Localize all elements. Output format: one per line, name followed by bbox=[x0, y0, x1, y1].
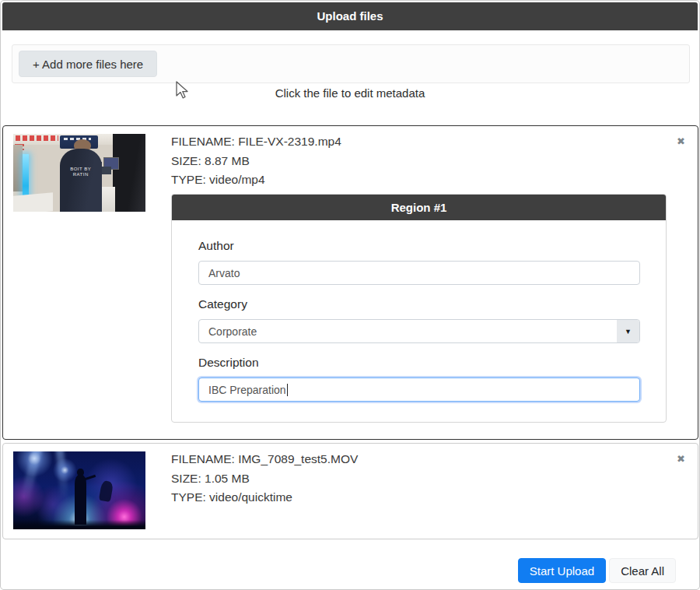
filesize-text: SIZE: 1.05 MB bbox=[171, 469, 358, 489]
region-header: Region #1 bbox=[172, 195, 666, 220]
thumb2-singer-silhouette bbox=[75, 475, 86, 525]
filesize-text: SIZE: 8.87 MB bbox=[171, 152, 341, 171]
thumb1-wall bbox=[13, 145, 23, 191]
thumb2-singer-arm bbox=[85, 475, 96, 480]
thumb1-shirt-text: BOIT BY RATIN bbox=[60, 167, 102, 177]
video-thumbnail-2 bbox=[13, 451, 145, 529]
file-dropzone[interactable]: + Add more files here bbox=[12, 44, 690, 83]
text-caret bbox=[287, 384, 288, 396]
thumb1-counter-left bbox=[13, 192, 53, 212]
thumb2-light-beam bbox=[20, 451, 42, 501]
upload-dialog: Upload files + Add more files here Click… bbox=[0, 0, 700, 590]
description-input[interactable]: IBC Preparation bbox=[198, 378, 640, 402]
clear-all-button[interactable]: Clear All bbox=[609, 558, 676, 583]
thumb1-kiosk bbox=[113, 134, 146, 212]
metadata-hint: Click the file to edit metadata bbox=[1, 85, 699, 102]
file-item-2[interactable]: FILENAME: IMG_7089_test5.MOV SIZE: 1.05 … bbox=[2, 443, 698, 539]
dialog-title: Upload files bbox=[317, 9, 383, 23]
chevron-down-icon: ▼ bbox=[625, 328, 632, 335]
thumb1-booth-logo bbox=[16, 135, 58, 141]
remove-file-icon[interactable]: ✖ bbox=[677, 453, 685, 465]
category-select[interactable]: Corporate ▼ bbox=[198, 319, 640, 343]
category-label: Category bbox=[198, 297, 640, 311]
thumb2-stage-floor bbox=[13, 520, 145, 529]
filetype-text: TYPE: video/quicktime bbox=[171, 488, 358, 507]
filename-text: FILENAME: IMG_7089_test5.MOV bbox=[171, 450, 358, 469]
dropdown-addon[interactable]: ▼ bbox=[617, 320, 639, 342]
category-selected-value: Corporate bbox=[199, 320, 617, 342]
thumb1-person-torso bbox=[60, 149, 102, 212]
description-label: Description bbox=[198, 356, 640, 370]
thumb1-kiosk-screen bbox=[103, 157, 119, 170]
region-panel: Region #1 Author Category Corporate ▼ De… bbox=[171, 194, 667, 423]
add-files-button[interactable]: + Add more files here bbox=[19, 51, 157, 77]
dialog-title-bar: Upload files bbox=[2, 2, 698, 30]
file-info-2: FILENAME: IMG_7089_test5.MOV SIZE: 1.05 … bbox=[171, 450, 358, 507]
thumb2-light-beam bbox=[55, 451, 68, 500]
thumb2-guitarist bbox=[99, 480, 114, 502]
action-bar: Start Upload Clear All bbox=[518, 558, 676, 583]
start-upload-button[interactable]: Start Upload bbox=[518, 558, 606, 583]
filename-text: FILENAME: FILE-VX-2319.mp4 bbox=[171, 132, 341, 152]
author-input[interactable] bbox=[198, 261, 640, 285]
filetype-text: TYPE: video/mp4 bbox=[171, 170, 341, 190]
remove-file-icon[interactable]: ✖ bbox=[677, 135, 685, 148]
file-info-1: FILENAME: FILE-VX-2319.mp4 SIZE: 8.87 MB… bbox=[171, 132, 341, 190]
author-label: Author bbox=[198, 239, 640, 253]
region-form: Author Category Corporate ▼ Description … bbox=[172, 220, 666, 402]
video-thumbnail-1: BOIT BY RATIN bbox=[13, 134, 145, 212]
description-value: IBC Preparation bbox=[208, 384, 286, 396]
file-item-1[interactable]: BOIT BY RATIN FILENAME: FILE-VX-2319.mp4… bbox=[2, 125, 698, 440]
